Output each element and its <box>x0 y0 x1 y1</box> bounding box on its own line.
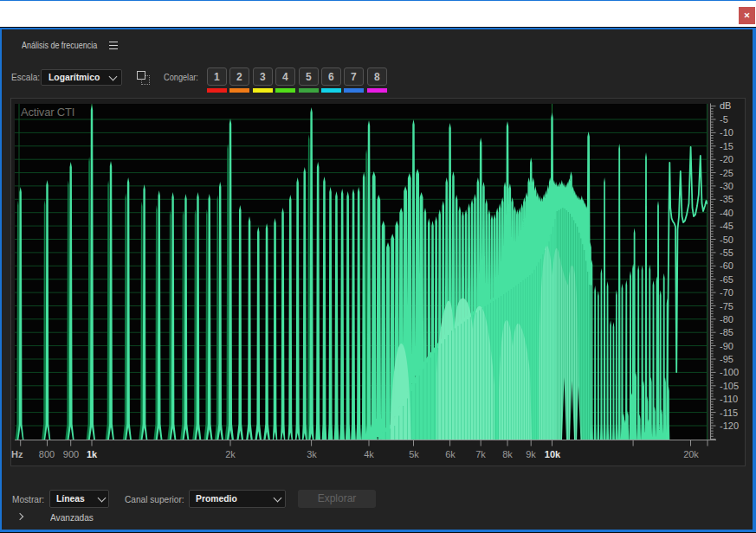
svg-text:-50: -50 <box>720 234 733 245</box>
svg-text:Activar CTI: Activar CTI <box>21 106 74 119</box>
svg-text:-95: -95 <box>720 354 733 364</box>
svg-text:-80: -80 <box>720 314 733 324</box>
svg-text:-10: -10 <box>720 127 733 138</box>
svg-text:9k: 9k <box>526 449 536 459</box>
svg-text:2k: 2k <box>225 449 236 459</box>
svg-text:-110: -110 <box>720 394 738 404</box>
svg-text:5k: 5k <box>409 449 419 459</box>
svg-text:8k: 8k <box>502 449 513 459</box>
svg-text:-70: -70 <box>720 287 733 298</box>
svg-text:-25: -25 <box>720 168 733 178</box>
svg-text:6k: 6k <box>445 449 456 459</box>
svg-text:-115: -115 <box>720 408 738 418</box>
svg-text:800: 800 <box>39 449 55 459</box>
svg-text:-15: -15 <box>720 141 733 151</box>
svg-text:-30: -30 <box>720 181 733 191</box>
svg-text:-100: -100 <box>720 367 739 377</box>
svg-text:Hz: Hz <box>11 449 23 459</box>
svg-text:10k: 10k <box>545 449 561 459</box>
svg-text:-105: -105 <box>720 381 739 391</box>
svg-text:dB: dB <box>720 100 731 111</box>
svg-text:7k: 7k <box>475 449 486 459</box>
svg-text:-85: -85 <box>720 327 733 337</box>
svg-text:4k: 4k <box>364 449 374 459</box>
svg-text:-120: -120 <box>720 421 739 431</box>
svg-text:-45: -45 <box>720 221 733 231</box>
svg-text:-75: -75 <box>720 301 733 311</box>
svg-text:900: 900 <box>63 449 79 459</box>
svg-text:-35: -35 <box>720 194 733 204</box>
svg-text:1k: 1k <box>87 449 98 459</box>
svg-text:-60: -60 <box>720 260 733 271</box>
svg-text:-5: -5 <box>720 114 728 125</box>
svg-text:-40: -40 <box>720 208 733 218</box>
svg-text:-20: -20 <box>720 154 733 164</box>
svg-text:-65: -65 <box>720 274 733 285</box>
svg-text:-55: -55 <box>720 247 733 258</box>
svg-text:-90: -90 <box>720 341 733 351</box>
svg-text:3k: 3k <box>307 449 317 459</box>
svg-text:20k: 20k <box>683 449 699 459</box>
